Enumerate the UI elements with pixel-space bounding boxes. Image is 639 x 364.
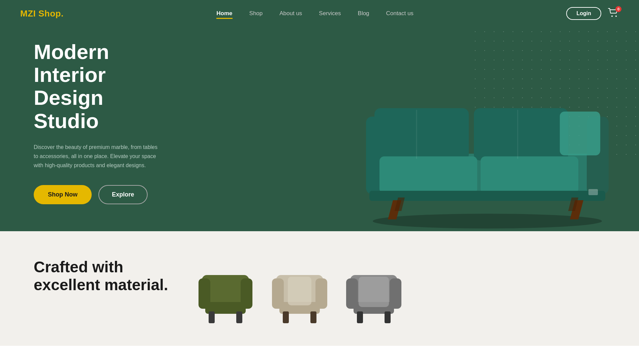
svg-rect-31 bbox=[310, 311, 316, 323]
nav-link-about[interactable]: About us bbox=[279, 10, 302, 17]
nav-links: Home Shop About us Services Blog Contact… bbox=[216, 10, 414, 17]
svg-rect-4 bbox=[374, 108, 469, 160]
svg-rect-30 bbox=[283, 311, 289, 323]
svg-rect-24 bbox=[236, 311, 242, 323]
chair-olive bbox=[195, 258, 256, 326]
shop-now-button[interactable]: Shop Now bbox=[34, 185, 92, 204]
nav-item-about[interactable]: About us bbox=[279, 10, 302, 17]
login-button[interactable]: Login bbox=[566, 7, 601, 20]
nav-link-shop[interactable]: Shop bbox=[249, 10, 263, 17]
svg-point-1 bbox=[615, 16, 617, 17]
svg-rect-29 bbox=[288, 277, 311, 305]
hero-image bbox=[336, 29, 639, 231]
crafted-section: Crafted with excellent material. bbox=[0, 231, 639, 346]
svg-rect-22 bbox=[241, 278, 252, 309]
hero-title: Modern Interior Design Studio bbox=[34, 40, 162, 132]
hero-buttons: Shop Now Explore bbox=[34, 185, 162, 204]
svg-rect-18 bbox=[588, 189, 598, 195]
chair-beige bbox=[269, 258, 330, 326]
nav-item-services[interactable]: Services bbox=[319, 10, 341, 17]
explore-button[interactable]: Explore bbox=[98, 185, 148, 204]
svg-rect-21 bbox=[199, 278, 210, 309]
section-title: Crafted with excellent material. bbox=[34, 258, 168, 294]
section-title-block: Crafted with excellent material. bbox=[34, 258, 168, 294]
logo-text: MZI Shop bbox=[20, 8, 61, 19]
svg-rect-9 bbox=[481, 156, 578, 193]
nav-link-contact[interactable]: Contact us bbox=[386, 10, 414, 17]
furniture-previews bbox=[195, 258, 605, 326]
nav-link-home[interactable]: Home bbox=[216, 10, 232, 19]
svg-rect-34 bbox=[346, 278, 358, 309]
section-title-line2: excellent material. bbox=[34, 276, 168, 294]
svg-rect-5 bbox=[474, 108, 568, 160]
chair-gray bbox=[343, 258, 404, 326]
nav-item-contact[interactable]: Contact us bbox=[386, 10, 414, 17]
nav-item-shop[interactable]: Shop bbox=[249, 10, 263, 17]
svg-rect-38 bbox=[385, 311, 391, 323]
navbar: MZI Shop. Home Shop About us Services Bl… bbox=[0, 0, 639, 27]
nav-link-blog[interactable]: Blog bbox=[358, 10, 369, 17]
svg-rect-37 bbox=[357, 311, 363, 323]
nav-link-services[interactable]: Services bbox=[319, 10, 341, 17]
nav-right: Login 0 bbox=[566, 7, 619, 20]
svg-rect-10 bbox=[560, 112, 600, 155]
logo: MZI Shop. bbox=[20, 8, 64, 19]
svg-point-0 bbox=[611, 16, 613, 17]
logo-dot: . bbox=[61, 8, 64, 19]
svg-rect-35 bbox=[390, 278, 401, 309]
svg-rect-8 bbox=[379, 156, 477, 193]
hero-description: Discover the beauty of premium marble, f… bbox=[34, 143, 162, 170]
svg-rect-36 bbox=[359, 277, 389, 307]
svg-rect-23 bbox=[209, 311, 215, 323]
svg-rect-27 bbox=[272, 278, 284, 309]
nav-item-blog[interactable]: Blog bbox=[358, 10, 369, 17]
section-title-line1: Crafted with bbox=[34, 258, 123, 276]
hero-content: Modern Interior Design Studio Discover t… bbox=[0, 0, 195, 231]
sofa-illustration bbox=[349, 56, 626, 231]
svg-point-2 bbox=[373, 214, 602, 229]
hero-section: MZI Shop. Home Shop About us Services Bl… bbox=[0, 0, 639, 231]
cart-badge: 0 bbox=[615, 6, 621, 12]
cart-button[interactable]: 0 bbox=[608, 8, 619, 19]
nav-item-home[interactable]: Home bbox=[216, 10, 232, 17]
svg-rect-11 bbox=[369, 191, 605, 201]
svg-rect-28 bbox=[315, 278, 327, 309]
